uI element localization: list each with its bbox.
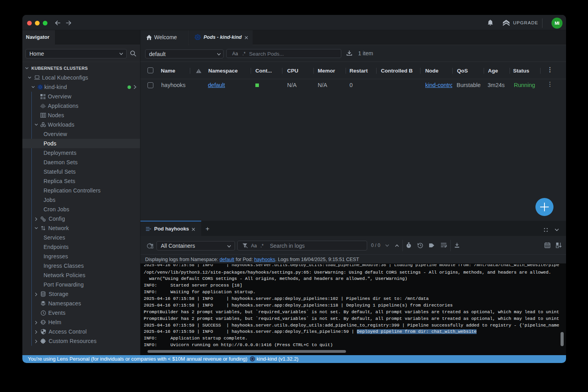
svg-text:HELM: HELM [40, 321, 46, 323]
